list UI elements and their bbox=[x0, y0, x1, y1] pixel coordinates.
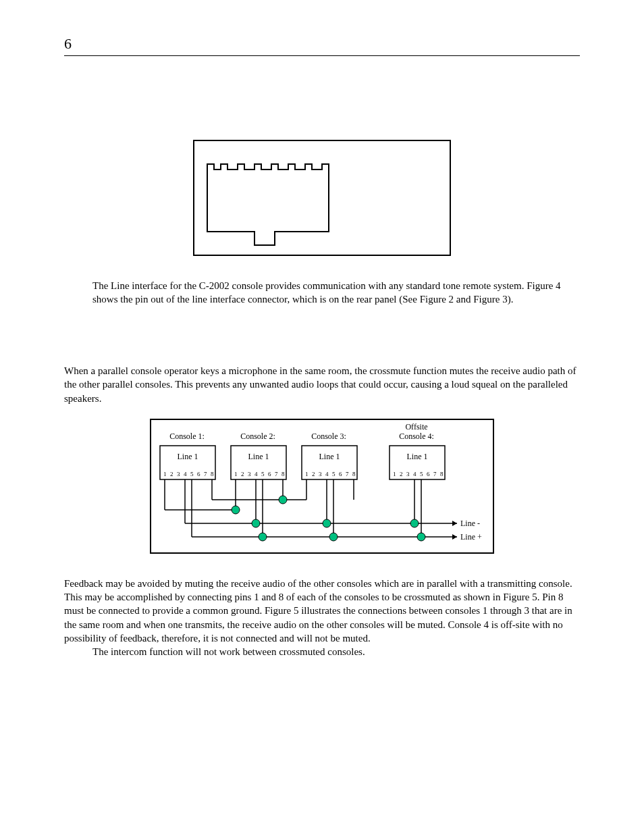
svg-text:3: 3 bbox=[248, 471, 251, 477]
svg-rect-2 bbox=[160, 446, 215, 479]
console4-box: Line 1 1 2 3 4 5 6 7 8 bbox=[390, 446, 445, 479]
svg-rect-22 bbox=[302, 446, 357, 479]
svg-text:1: 1 bbox=[305, 471, 308, 477]
svg-text:Line 1: Line 1 bbox=[319, 452, 340, 461]
svg-rect-32 bbox=[390, 446, 445, 479]
console3-label: Console 3: bbox=[311, 432, 346, 441]
svg-text:7: 7 bbox=[433, 471, 437, 477]
svg-text:5: 5 bbox=[332, 471, 336, 477]
svg-text:5: 5 bbox=[261, 471, 265, 477]
console2-box: Line 1 1 2 3 4 5 6 7 8 bbox=[231, 446, 286, 479]
header-rule bbox=[64, 55, 580, 56]
svg-text:Line 1: Line 1 bbox=[178, 452, 198, 461]
paragraph-crossmute-intro: When a parallel console operator keys a … bbox=[64, 364, 580, 405]
svg-point-54 bbox=[232, 506, 240, 514]
svg-text:7: 7 bbox=[346, 471, 349, 477]
svg-point-69 bbox=[417, 533, 425, 541]
svg-text:4: 4 bbox=[413, 471, 417, 477]
svg-rect-12 bbox=[231, 446, 286, 479]
svg-text:6: 6 bbox=[197, 471, 200, 477]
console2-label: Console 2: bbox=[240, 432, 275, 441]
svg-text:7: 7 bbox=[204, 471, 207, 477]
svg-point-65 bbox=[323, 519, 331, 527]
console1-box: Line 1 1 2 3 4 5 6 7 8 bbox=[160, 446, 215, 479]
svg-text:8: 8 bbox=[440, 471, 444, 477]
svg-text:8: 8 bbox=[352, 471, 356, 477]
svg-text:5: 5 bbox=[190, 471, 194, 477]
svg-text:4: 4 bbox=[325, 471, 329, 477]
svg-text:2: 2 bbox=[400, 471, 403, 477]
svg-text:4: 4 bbox=[254, 471, 258, 477]
svg-text:8: 8 bbox=[211, 471, 214, 477]
paragraph-feedback: Feedback may be avoided by muting the re… bbox=[64, 577, 580, 645]
svg-point-66 bbox=[410, 519, 419, 527]
svg-point-52 bbox=[279, 496, 287, 504]
svg-text:2: 2 bbox=[170, 471, 173, 477]
svg-text:1: 1 bbox=[234, 471, 238, 477]
line-plus-label: Line + bbox=[460, 532, 482, 542]
svg-text:3: 3 bbox=[177, 471, 180, 477]
svg-text:Line 1: Line 1 bbox=[407, 452, 428, 461]
svg-text:4: 4 bbox=[184, 471, 187, 477]
svg-text:1: 1 bbox=[393, 471, 396, 477]
svg-text:7: 7 bbox=[275, 471, 278, 477]
console1-label: Console 1: bbox=[169, 432, 205, 441]
line-minus-label: Line - bbox=[460, 519, 480, 528]
svg-point-67 bbox=[259, 533, 267, 541]
svg-text:6: 6 bbox=[427, 471, 430, 477]
console4-label: Console 4: bbox=[399, 432, 434, 441]
page-number: 6 bbox=[64, 34, 580, 55]
svg-point-68 bbox=[329, 533, 338, 541]
console3-box: Line 1 1 2 3 4 5 6 7 8 bbox=[302, 446, 357, 479]
svg-text:6: 6 bbox=[339, 471, 342, 477]
figure-connector bbox=[187, 137, 457, 259]
svg-text:3: 3 bbox=[406, 471, 410, 477]
svg-text:2: 2 bbox=[312, 471, 315, 477]
svg-text:8: 8 bbox=[281, 471, 285, 477]
svg-text:5: 5 bbox=[420, 471, 423, 477]
figure-crossmute: Offsite Console 1: Console 2: Console 3:… bbox=[150, 419, 494, 554]
svg-text:3: 3 bbox=[319, 471, 322, 477]
paragraph-intercom-note: The intercom function will not work betw… bbox=[64, 645, 580, 658]
paragraph-line-interface: The Line interface for the C-2002 consol… bbox=[92, 279, 580, 307]
svg-marker-71 bbox=[452, 534, 457, 540]
svg-rect-0 bbox=[194, 140, 450, 255]
svg-point-64 bbox=[252, 519, 260, 527]
offsite-label: Offsite bbox=[405, 422, 427, 432]
svg-text:2: 2 bbox=[241, 471, 244, 477]
svg-text:Line 1: Line 1 bbox=[248, 452, 269, 461]
svg-text:6: 6 bbox=[268, 471, 271, 477]
svg-marker-70 bbox=[452, 521, 457, 526]
svg-text:1: 1 bbox=[163, 471, 167, 477]
